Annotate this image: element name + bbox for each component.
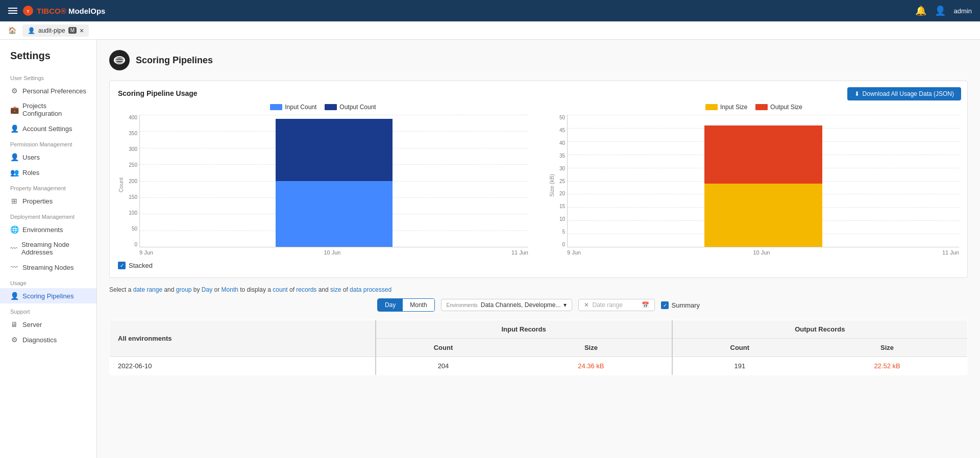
sidebar-item-label: Properties <box>22 197 53 205</box>
chart1-y-label: Count <box>118 177 124 192</box>
sidebar-item-label: Account Settings <box>22 125 72 133</box>
chart2-input-bar <box>704 184 822 247</box>
calendar-icon[interactable]: 📅 <box>642 301 649 309</box>
sidebar-item-scoring-pipelines[interactable]: 👤 Scoring Pipelines <box>0 288 96 303</box>
month-button[interactable]: Month <box>403 299 434 311</box>
sidebar-item-account-settings[interactable]: 👤 Account Settings <box>0 121 96 136</box>
row-input-count: 204 <box>376 357 511 375</box>
usage-description: Select a date range and group by Day or … <box>109 286 968 293</box>
page-header: Scoring Pipelines <box>109 50 968 70</box>
grid-line <box>140 115 528 115</box>
app-logo: T TIBCO® ModelOps <box>22 5 105 16</box>
tab-close-icon[interactable]: × <box>80 27 84 35</box>
sidebar-item-label: Personal Preferences <box>22 87 86 95</box>
charts-row: Input Count Output Count Count 0 <box>118 104 959 256</box>
date-range-input[interactable]: ✕ Date range 📅 <box>578 299 655 311</box>
chart-size: Input Size Output Size Size (kB) 0 <box>549 104 959 256</box>
pipeline-icon <box>113 54 126 66</box>
sidebar-item-label: Streaming Node Addresses <box>21 241 86 256</box>
page-title: Scoring Pipelines <box>136 55 213 66</box>
date-range-placeholder: Date range <box>592 301 639 309</box>
page-header-icon <box>109 50 130 70</box>
sidebar-item-streaming-nodes[interactable]: 〰 Streaming Nodes <box>0 260 96 275</box>
logo-text: TIBCO® ModelOps <box>37 7 105 15</box>
tab-audit-pipe[interactable]: 👤 audit-pipe M × <box>22 24 89 37</box>
people-icon: 👥 <box>10 168 18 176</box>
sidebar-item-streaming-node-addresses[interactable]: 〰 Streaming Node Addresses <box>0 237 96 260</box>
briefcase-icon: 💼 <box>10 106 18 114</box>
section-label-user-settings: User Settings <box>0 70 96 83</box>
chart-controls: ✓ Stacked <box>118 262 959 269</box>
legend-label-output: Output Count <box>339 104 376 111</box>
row-input-size: 24.36 kB <box>510 357 672 375</box>
sidebar-item-label: Projects Configuration <box>22 102 86 117</box>
day-button[interactable]: Day <box>378 299 403 311</box>
sidebar-item-environments[interactable]: 🌐 Environments <box>0 222 96 237</box>
stacked-checkbox[interactable]: ✓ <box>118 262 126 269</box>
topnav-right: 🔔 👤 admin <box>915 5 972 16</box>
main-content: Scoring Pipelines ⬇ Download All Usage D… <box>97 40 980 458</box>
x-label2-10jun: 10 Jun <box>753 249 770 256</box>
modelops-text: ModelOps <box>68 7 106 15</box>
sidebar-title: Settings <box>0 50 96 70</box>
download-button-label: Download All Usage Data (JSON) <box>863 90 954 97</box>
section-label-deployment: Deployment Management <box>0 209 96 222</box>
col-output-records: Output Records <box>672 320 968 339</box>
sidebar: Settings User Settings ⚙ Personal Prefer… <box>0 40 97 458</box>
user-settings-icon: 👤 <box>10 124 18 133</box>
filter-row: Day Month Environments Data Channels, De… <box>109 298 968 312</box>
user-avatar-icon[interactable]: 👤 <box>935 5 946 16</box>
sidebar-item-projects-configuration[interactable]: 💼 Projects Configuration <box>0 98 96 121</box>
sidebar-item-label: Environments <box>22 226 63 234</box>
download-button[interactable]: ⬇ Download All Usage Data (JSON) <box>847 87 961 100</box>
hamburger-menu[interactable] <box>8 8 17 14</box>
environments-dropdown[interactable]: Environments Data Channels, Developme...… <box>441 299 573 311</box>
sidebar-item-diagnostics[interactable]: ⚙ Diagnostics <box>0 332 96 347</box>
diagnostics-icon: ⚙ <box>10 336 18 344</box>
chart1-plot <box>139 115 528 247</box>
clear-icon[interactable]: ✕ <box>584 301 589 309</box>
stacked-checkbox-group[interactable]: ✓ Stacked <box>118 262 153 269</box>
tab-pipe-icon: 👤 <box>28 27 35 34</box>
environments-label: Environments <box>447 302 478 308</box>
wave-icon-1: 〰 <box>10 244 17 252</box>
section-label-property: Property Management <box>0 180 96 193</box>
tibco-logo-icon: T <box>22 5 34 16</box>
chart-section-title: Scoring Pipeline Usage <box>118 89 959 97</box>
sidebar-item-server[interactable]: 🖥 Server <box>0 317 96 332</box>
chart2-output-bar <box>704 125 822 184</box>
topnav-left: T TIBCO® ModelOps <box>8 5 105 16</box>
legend-input-size: Input Size <box>705 104 747 111</box>
person-circle-icon: 👤 <box>10 292 18 300</box>
chart2-x-labels: 9 Jun 10 Jun 11 Jun <box>567 247 959 256</box>
summary-label: Summary <box>671 301 700 309</box>
sidebar-item-label: Diagnostics <box>22 336 57 344</box>
chart2-y-label: Size (kB) <box>549 174 555 197</box>
chart2-legend: Input Size Output Size <box>549 104 959 111</box>
x-label-10jun: 10 Jun <box>324 249 340 256</box>
main-layout: Settings User Settings ⚙ Personal Prefer… <box>0 40 980 458</box>
col-all-environments: All environments <box>110 320 376 357</box>
col-input-size: Size <box>510 339 672 357</box>
globe-icon: 🌐 <box>10 225 18 234</box>
summary-checkbox[interactable]: ✓ <box>661 301 669 309</box>
sidebar-item-properties[interactable]: ⊞ Properties <box>0 193 96 209</box>
tab-badge: M <box>68 27 77 34</box>
sidebar-item-roles[interactable]: 👥 Roles <box>0 165 96 180</box>
legend-color-input <box>270 104 282 110</box>
chart1-x-labels: 9 Jun 10 Jun 11 Jun <box>139 247 528 256</box>
x-label-9jun: 9 Jun <box>139 249 153 256</box>
data-table: All environments Input Records Output Re… <box>109 320 968 375</box>
sidebar-item-label: Users <box>22 154 40 161</box>
section-label-permission: Permission Management <box>0 136 96 149</box>
notification-icon[interactable]: 🔔 <box>915 5 926 16</box>
sidebar-item-label: Streaming Nodes <box>22 264 74 271</box>
legend-input-count: Input Count <box>270 104 316 111</box>
sidebar-item-users[interactable]: 👤 Users <box>0 149 96 165</box>
person-icon: 👤 <box>10 153 18 161</box>
chart2-plot-container: 9 Jun 10 Jun 11 Jun <box>567 115 959 256</box>
sidebar-item-personal-preferences[interactable]: ⚙ Personal Preferences <box>0 83 96 98</box>
summary-checkbox-group[interactable]: ✓ Summary <box>661 301 700 309</box>
sidebar-item-label: Roles <box>22 169 39 176</box>
home-tab[interactable]: 🏠 <box>4 24 20 36</box>
